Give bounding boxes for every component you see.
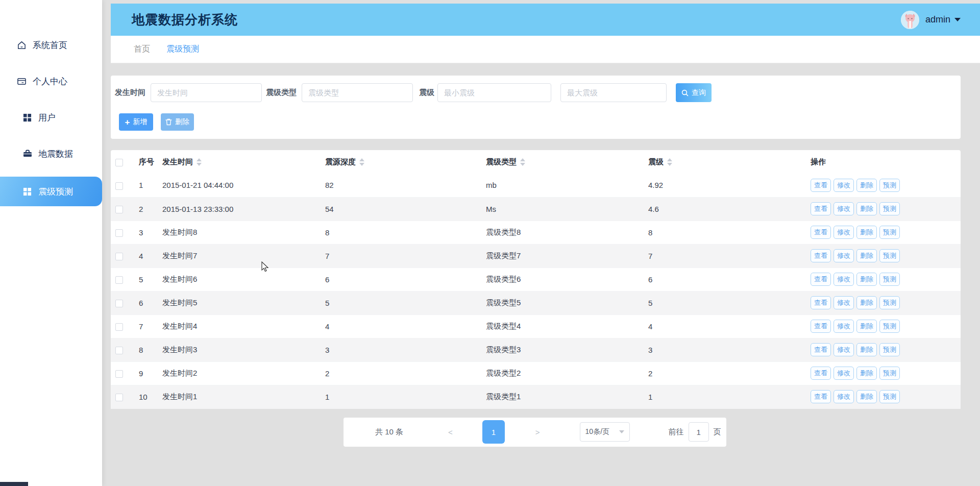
sidebar-item-users[interactable]: 用户 xyxy=(0,106,102,129)
row-time: 2015-01-21 04:44:00 xyxy=(162,174,325,197)
row-checkbox[interactable] xyxy=(115,370,123,378)
predict-button[interactable]: 预测 xyxy=(879,249,900,262)
sidebar-item-profile[interactable]: 个人中心 xyxy=(0,70,102,92)
search-button[interactable]: 查询 xyxy=(676,83,712,102)
sidebar: 系统首页 个人中心 用户 地震数据 xyxy=(0,0,102,486)
view-button[interactable]: 查看 xyxy=(811,296,831,309)
edit-button[interactable]: 修改 xyxy=(834,226,854,239)
occurrence-time-input[interactable] xyxy=(151,83,262,102)
min-magnitude-input[interactable] xyxy=(437,83,551,102)
delete-button[interactable]: 删除 xyxy=(161,113,194,131)
row-checkbox[interactable] xyxy=(115,323,123,331)
predict-button[interactable]: 预测 xyxy=(879,226,900,239)
sort-icon[interactable] xyxy=(359,158,364,166)
delete-row-button[interactable]: 删除 xyxy=(856,249,877,262)
delete-row-button[interactable]: 删除 xyxy=(856,320,877,333)
sidebar-item-system-home[interactable]: 系统首页 xyxy=(0,34,102,56)
edit-button[interactable]: 修改 xyxy=(834,249,854,262)
row-index: 3 xyxy=(133,221,162,244)
occurrence-time-label: 发生时间 xyxy=(115,88,145,98)
row-depth: 7 xyxy=(325,244,486,268)
row-checkbox[interactable] xyxy=(115,253,123,260)
row-checkbox[interactable] xyxy=(115,300,123,307)
edit-button[interactable]: 修改 xyxy=(834,390,854,403)
predict-button[interactable]: 预测 xyxy=(879,367,900,380)
user-menu[interactable]: admin xyxy=(901,11,961,29)
sidebar-item-label: 震级预测 xyxy=(38,186,73,198)
edit-button[interactable]: 修改 xyxy=(834,202,854,215)
row-magnitude: 8 xyxy=(648,221,811,244)
select-all-checkbox[interactable] xyxy=(115,159,123,166)
goto-page-input[interactable] xyxy=(689,422,709,442)
edit-button[interactable]: 修改 xyxy=(834,179,854,192)
avatar xyxy=(901,11,919,29)
predict-button[interactable]: 预测 xyxy=(879,273,900,286)
row-actions: 查看修改删除预测 xyxy=(811,244,961,268)
delete-row-button[interactable]: 删除 xyxy=(856,179,877,192)
row-checkbox[interactable] xyxy=(115,229,123,237)
tab-magnitude-prediction[interactable]: 震级预测 xyxy=(166,44,199,55)
delete-row-button[interactable]: 删除 xyxy=(856,226,877,239)
row-index: 7 xyxy=(133,314,162,338)
row-checkbox[interactable] xyxy=(115,182,123,190)
delete-row-button[interactable]: 删除 xyxy=(856,343,877,356)
row-actions: 查看修改删除预测 xyxy=(811,291,961,314)
view-button[interactable]: 查看 xyxy=(811,226,831,239)
row-index: 9 xyxy=(133,361,162,385)
next-page-button[interactable]: > xyxy=(535,428,540,436)
max-magnitude-input[interactable] xyxy=(560,83,667,102)
delete-row-button[interactable]: 删除 xyxy=(856,202,877,215)
delete-row-button[interactable]: 删除 xyxy=(856,296,877,309)
delete-row-button[interactable]: 删除 xyxy=(856,367,877,380)
predict-button[interactable]: 预测 xyxy=(879,343,900,356)
sort-icon[interactable] xyxy=(197,158,202,166)
page-size-select[interactable]: 10条/页 xyxy=(580,422,630,442)
predict-button[interactable]: 预测 xyxy=(879,202,900,215)
current-page[interactable]: 1 xyxy=(482,420,505,444)
sort-icon[interactable] xyxy=(667,158,672,166)
tab-home[interactable]: 首页 xyxy=(134,44,150,55)
edit-button[interactable]: 修改 xyxy=(834,320,854,333)
predict-button[interactable]: 预测 xyxy=(879,390,900,403)
view-button[interactable]: 查看 xyxy=(811,273,831,286)
delete-row-button[interactable]: 删除 xyxy=(856,273,877,286)
column-header-magnitude[interactable]: 震级 xyxy=(648,150,811,174)
view-button[interactable]: 查看 xyxy=(811,320,831,333)
row-magnitude: 4 xyxy=(648,314,811,338)
row-checkbox[interactable] xyxy=(115,347,123,354)
sidebar-item-earthquake-data[interactable]: 地震数据 xyxy=(0,142,102,165)
edit-button[interactable]: 修改 xyxy=(834,296,854,309)
table-row: 9 发生时间2 2 震级类型2 2 查看修改删除预测 xyxy=(111,361,961,385)
delete-row-button[interactable]: 删除 xyxy=(856,390,877,403)
row-index: 10 xyxy=(133,385,162,408)
column-header-time[interactable]: 发生时间 xyxy=(162,150,325,174)
username: admin xyxy=(925,14,950,25)
table-header-row: 序号 发生时间 震源深度 震级类型 震级 操作 xyxy=(111,150,961,174)
view-button[interactable]: 查看 xyxy=(811,390,831,403)
view-button[interactable]: 查看 xyxy=(811,202,831,215)
row-checkbox[interactable] xyxy=(115,394,123,401)
sidebar-item-magnitude-prediction[interactable]: 震级预测 xyxy=(0,177,102,206)
sort-icon[interactable] xyxy=(520,158,525,166)
edit-button[interactable]: 修改 xyxy=(834,343,854,356)
view-button[interactable]: 查看 xyxy=(811,249,831,262)
add-button[interactable]: + 新增 xyxy=(119,113,153,131)
predict-button[interactable]: 预测 xyxy=(879,320,900,333)
data-table: 序号 发生时间 震源深度 震级类型 震级 操作 1 2015-01-21 04:… xyxy=(111,150,961,409)
row-checkbox[interactable] xyxy=(115,276,123,284)
table-row: 1 2015-01-21 04:44:00 82 mb 4.92 查看修改删除预… xyxy=(111,174,961,197)
magnitude-type-input[interactable] xyxy=(302,83,413,102)
column-header-type[interactable]: 震级类型 xyxy=(486,150,648,174)
row-checkbox[interactable] xyxy=(115,206,123,213)
row-type: 震级类型2 xyxy=(486,361,648,385)
prev-page-button[interactable]: < xyxy=(448,428,453,436)
view-button[interactable]: 查看 xyxy=(811,367,831,380)
column-header-depth[interactable]: 震源深度 xyxy=(325,150,486,174)
predict-button[interactable]: 预测 xyxy=(879,179,900,192)
predict-button[interactable]: 预测 xyxy=(879,296,900,309)
view-button[interactable]: 查看 xyxy=(811,343,831,356)
view-button[interactable]: 查看 xyxy=(811,179,831,192)
edit-button[interactable]: 修改 xyxy=(834,367,854,380)
row-type: 震级类型8 xyxy=(486,221,648,244)
edit-button[interactable]: 修改 xyxy=(834,273,854,286)
